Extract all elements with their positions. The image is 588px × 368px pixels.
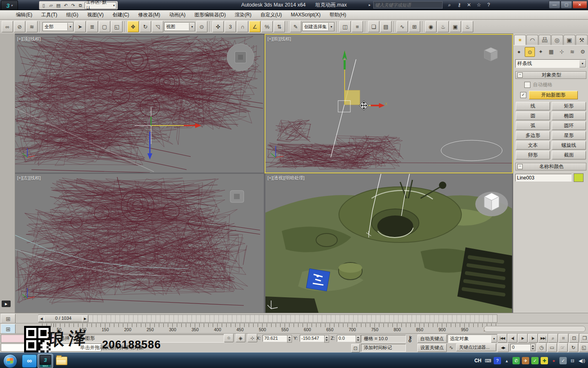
tab-modify[interactable]: ◠ xyxy=(526,35,538,45)
z-coordinate-field[interactable]: 0.0 xyxy=(337,335,358,342)
undo-icon[interactable]: ↶ xyxy=(62,2,69,9)
menu-item-10[interactable]: MAXScript(X) xyxy=(286,11,325,19)
key-filters-button[interactable]: 关键点过滤器... xyxy=(456,343,496,351)
name-color-header[interactable]: − 名称和颜色 xyxy=(515,163,586,171)
zoom-all-button[interactable]: ⌗ xyxy=(559,334,568,343)
zoom-extents-button[interactable]: ⊡ xyxy=(569,334,579,343)
exchange-apps-icon[interactable]: ✕ xyxy=(465,2,474,8)
orbit-button[interactable]: ↻ xyxy=(568,343,578,352)
y-spinner[interactable] xyxy=(324,335,329,343)
tab-motion[interactable]: ◎ xyxy=(551,35,563,45)
tab-utilities[interactable]: ⚒ xyxy=(576,35,588,45)
object-name-input[interactable] xyxy=(515,174,572,182)
window-crossing-button[interactable]: ◱ xyxy=(111,21,122,32)
infocenter-search-input[interactable] xyxy=(373,1,443,9)
subcat-shapes[interactable]: ⊙ xyxy=(525,47,535,57)
subscription-key-icon[interactable]: ⚷ xyxy=(455,2,464,8)
viewcube[interactable] xyxy=(227,44,254,71)
shape-button-3[interactable]: 椭圆 xyxy=(552,112,586,120)
keyboard-shortcut-override-button[interactable]: 3 xyxy=(225,21,236,32)
material-editor-button[interactable]: ◉ xyxy=(425,21,437,32)
tab-display[interactable]: ▣ xyxy=(564,35,575,45)
isolate-toggle-icon[interactable]: ⌾ xyxy=(224,334,234,342)
shape-button-4[interactable]: 弧 xyxy=(516,121,550,130)
key-filters-curve-icon[interactable]: ∿ xyxy=(448,344,455,351)
selection-set-dropdown[interactable]: 选定对象 ▾ xyxy=(448,334,498,343)
select-and-link-button[interactable]: ∞ xyxy=(2,21,13,32)
percent-snap-button[interactable]: % xyxy=(261,21,273,32)
track-bar-filter-button[interactable]: ⊞ xyxy=(1,324,16,334)
bind-to-space-warp-button[interactable]: ≋ xyxy=(26,21,38,32)
tray-help-icon[interactable]: ? xyxy=(494,357,501,364)
tray-usb-icon[interactable]: ✓ xyxy=(559,357,567,364)
pan-button[interactable]: ☞ xyxy=(558,343,568,352)
tray-optimizer-icon[interactable]: ✚ xyxy=(541,357,548,364)
z-spinner[interactable] xyxy=(356,335,361,343)
menu-item-9[interactable]: 自定义(U) xyxy=(256,10,287,20)
add-time-tag[interactable]: 添加时间标记 xyxy=(361,344,406,352)
zoom-button[interactable]: ⌕ xyxy=(548,334,558,343)
spinner-snap-button[interactable]: ⇅ xyxy=(274,21,285,32)
viewport-left[interactable]: [+][左][线框] xyxy=(15,174,264,313)
time-tag-icon[interactable]: ⊡ xyxy=(351,344,360,352)
viewcube[interactable] xyxy=(230,191,244,202)
start-new-shape-button[interactable]: 开始新图形 xyxy=(529,91,578,99)
select-and-rotate-button[interactable]: ↻ xyxy=(140,21,151,32)
viewcube[interactable] xyxy=(475,192,508,216)
previous-frame-arrow[interactable]: ◀ xyxy=(38,315,45,322)
menu-item-11[interactable]: 帮助(H) xyxy=(325,10,351,20)
shape-button-9[interactable]: 螺旋线 xyxy=(552,141,586,150)
menu-item-3[interactable]: 视图(V) xyxy=(83,10,108,20)
tray-network-icon[interactable]: ⊟ xyxy=(569,357,576,364)
auto-key-button[interactable]: 自动关键点 xyxy=(417,334,447,343)
viewport-perspective[interactable]: [+][透视][明暗处理] xyxy=(265,174,512,313)
max-logo-icon[interactable]: 3▾ xyxy=(1,0,18,10)
start-new-shape-checkbox[interactable]: ✓ xyxy=(520,92,526,98)
play-button[interactable]: ▶ xyxy=(518,334,528,343)
tray-volume-icon[interactable]: ◀)) xyxy=(578,357,586,364)
next-frame-button[interactable]: |▶ xyxy=(528,334,538,343)
current-frame-field[interactable]: 0 xyxy=(510,344,532,351)
maximize-viewport-button[interactable]: ◱ xyxy=(579,343,588,352)
search-icon[interactable]: ⌕ xyxy=(445,2,454,8)
viewport-top-label[interactable]: [+][顶][线框] xyxy=(17,36,41,42)
menu-item-2[interactable]: 组(G) xyxy=(62,10,82,20)
reference-coordinate-dropdown[interactable]: 视图▾ xyxy=(164,22,195,31)
workspace-dropdown[interactable]: 工作区: 默认 ▾ xyxy=(85,2,116,9)
shape-button-6[interactable]: 多边形 xyxy=(516,131,550,140)
subcat-helpers[interactable]: ⊹ xyxy=(557,47,567,56)
shape-button-11[interactable]: 截面 xyxy=(552,151,586,159)
mirror-button[interactable]: ◫ xyxy=(339,21,351,32)
subcat-lights[interactable]: ✦ xyxy=(536,47,546,56)
redo-icon[interactable]: ↷ xyxy=(70,2,76,9)
open-file-icon[interactable]: ▱ xyxy=(48,2,54,9)
named-selection-sets-dropdown[interactable]: 创建选择集▾ xyxy=(302,22,334,31)
use-pivot-center-button[interactable]: ⊙ xyxy=(196,21,207,32)
language-indicator[interactable]: CH xyxy=(474,358,481,364)
go-to-start-button[interactable]: |◀◀ xyxy=(497,334,507,343)
menu-item-4[interactable]: 创建(C) xyxy=(108,10,134,20)
minimize-button[interactable]: — xyxy=(549,1,560,9)
next-frame-arrow[interactable]: ▶ xyxy=(82,315,88,322)
tray-keyboard-icon[interactable]: ⌨ xyxy=(484,357,492,364)
project-folder-icon[interactable]: ⧉ xyxy=(77,2,84,9)
previous-frame-button[interactable]: ◀| xyxy=(508,334,517,343)
subcat-systems[interactable]: ⚙ xyxy=(578,47,588,56)
zoom-extents-all-button[interactable]: ❒ xyxy=(580,334,588,343)
help-icon[interactable]: ? xyxy=(484,2,493,8)
netdisk-app-button[interactable]: ∞ xyxy=(22,355,37,368)
shape-button-7[interactable]: 星形 xyxy=(552,131,586,140)
menu-item-7[interactable]: 图形编辑器(D) xyxy=(190,10,230,20)
align-button[interactable]: ≡ xyxy=(352,21,363,32)
snaps-toggle-button[interactable]: ∩ xyxy=(237,21,248,32)
object-type-header[interactable]: − 对象类型 xyxy=(515,71,586,79)
tray-shield-icon[interactable]: ✓ xyxy=(531,357,539,364)
shape-button-2[interactable]: 圆 xyxy=(516,112,550,120)
key-mode-toggle-button[interactable]: ◀▶ xyxy=(497,343,509,352)
restore-button[interactable]: ▢ xyxy=(561,1,572,9)
tray-dot-icon[interactable]: ● xyxy=(550,357,557,364)
viewport-front-active[interactable]: y x xyxy=(265,35,512,173)
select-object-button[interactable]: ➤ xyxy=(74,21,86,32)
time-slider-handle[interactable]: 0 / 1034 xyxy=(44,315,82,322)
render-production-button[interactable]: ♨ xyxy=(462,21,473,32)
